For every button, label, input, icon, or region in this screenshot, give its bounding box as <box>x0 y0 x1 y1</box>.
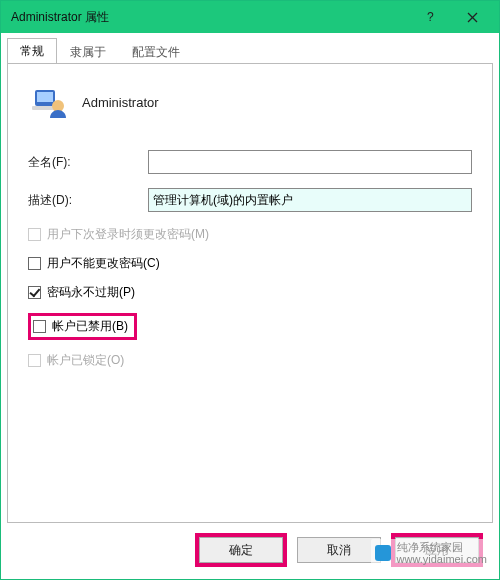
svg-rect-4 <box>37 92 53 102</box>
close-button[interactable] <box>451 1 493 33</box>
tab-profile-label: 配置文件 <box>132 45 180 59</box>
cancel-button[interactable]: 取消 <box>297 537 381 563</box>
description-label: 描述(D): <box>28 192 148 209</box>
description-row: 描述(D): <box>28 188 472 212</box>
highlight-account-disabled: 帐户已禁用(B) <box>28 313 137 340</box>
tab-strip: 常规 隶属于 配置文件 <box>1 37 499 63</box>
tab-profile[interactable]: 配置文件 <box>119 39 193 64</box>
apply-button[interactable]: 应用 <box>395 537 479 563</box>
checkbox-icon <box>28 286 41 299</box>
check-must-change: 用户下次登录时须更改密码(M) <box>28 226 472 243</box>
tab-general[interactable]: 常规 <box>7 38 57 64</box>
user-header: Administrator <box>28 82 472 122</box>
check-cannot-change-label: 用户不能更改密码(C) <box>47 255 160 272</box>
description-input[interactable] <box>148 188 472 212</box>
user-name: Administrator <box>82 95 159 110</box>
tab-memberof[interactable]: 隶属于 <box>57 39 119 64</box>
fullname-input[interactable] <box>148 150 472 174</box>
check-never-expires[interactable]: 密码永不过期(P) <box>28 284 472 301</box>
checkbox-icon <box>28 257 41 270</box>
highlight-apply: 应用 <box>391 533 483 567</box>
check-account-disabled-row: 帐户已禁用(B) <box>28 313 472 340</box>
general-panel: Administrator 全名(F): 描述(D): 用户下次登录时须更改密码… <box>7 63 493 523</box>
checkbox-group: 用户下次登录时须更改密码(M) 用户不能更改密码(C) 密码永不过期(P) 帐户… <box>28 226 472 369</box>
check-cannot-change[interactable]: 用户不能更改密码(C) <box>28 255 472 272</box>
check-locked: 帐户已锁定(O) <box>28 352 472 369</box>
ok-button[interactable]: 确定 <box>199 537 283 563</box>
dialog-window: Administrator 属性 ? 常规 隶属于 配置文件 Administr… <box>0 0 500 580</box>
user-icon <box>28 82 68 122</box>
checkbox-icon <box>28 228 41 241</box>
checkbox-icon <box>28 354 41 367</box>
fullname-label: 全名(F): <box>28 154 148 171</box>
check-never-expires-label: 密码永不过期(P) <box>47 284 135 301</box>
tab-memberof-label: 隶属于 <box>70 45 106 59</box>
dialog-footer: 确定 取消 应用 <box>7 527 493 573</box>
window-title: Administrator 属性 <box>11 9 409 26</box>
check-must-change-label: 用户下次登录时须更改密码(M) <box>47 226 209 243</box>
tab-general-label: 常规 <box>20 44 44 58</box>
check-account-disabled-label[interactable]: 帐户已禁用(B) <box>52 318 128 335</box>
highlight-ok: 确定 <box>195 533 287 567</box>
svg-text:?: ? <box>427 11 434 23</box>
help-button[interactable]: ? <box>409 1 451 33</box>
check-locked-label: 帐户已锁定(O) <box>47 352 124 369</box>
checkbox-icon[interactable] <box>33 320 46 333</box>
fullname-row: 全名(F): <box>28 150 472 174</box>
title-bar: Administrator 属性 ? <box>1 1 499 33</box>
